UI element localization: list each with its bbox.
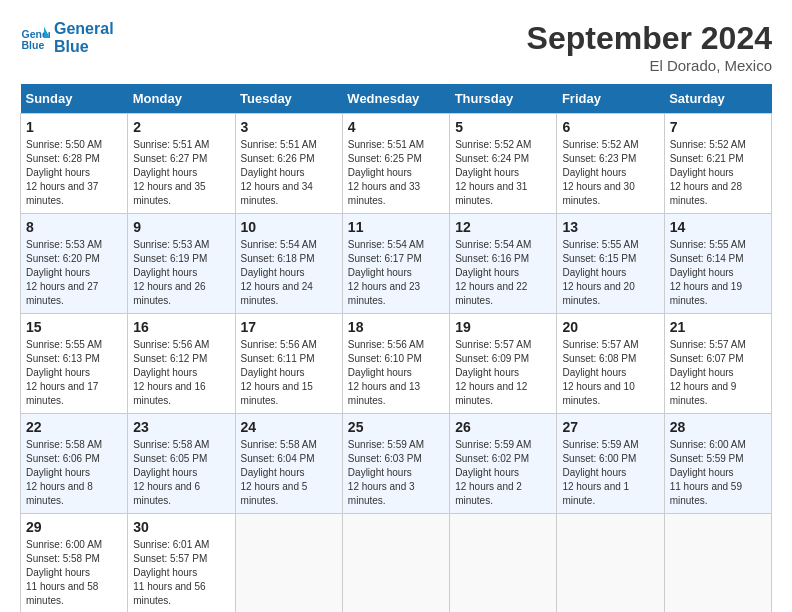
calendar-header-row: Sunday Monday Tuesday Wednesday Thursday… (21, 84, 772, 114)
day-info: Sunrise: 5:53 AM Sunset: 6:19 PM Dayligh… (133, 238, 229, 308)
day-info: Sunrise: 5:51 AM Sunset: 6:25 PM Dayligh… (348, 138, 444, 208)
col-tuesday: Tuesday (235, 84, 342, 114)
day-number: 21 (670, 319, 766, 335)
day-number: 28 (670, 419, 766, 435)
day-info: Sunrise: 5:57 AM Sunset: 6:07 PM Dayligh… (670, 338, 766, 408)
calendar-day-cell: 21 Sunrise: 5:57 AM Sunset: 6:07 PM Dayl… (664, 314, 771, 414)
calendar-day-cell: 6 Sunrise: 5:52 AM Sunset: 6:23 PM Dayli… (557, 114, 664, 214)
calendar-day-cell: 1 Sunrise: 5:50 AM Sunset: 6:28 PM Dayli… (21, 114, 128, 214)
day-number: 18 (348, 319, 444, 335)
day-info: Sunrise: 5:58 AM Sunset: 6:06 PM Dayligh… (26, 438, 122, 508)
calendar-day-cell: 8 Sunrise: 5:53 AM Sunset: 6:20 PM Dayli… (21, 214, 128, 314)
day-info: Sunrise: 6:00 AM Sunset: 5:58 PM Dayligh… (26, 538, 122, 608)
title-section: September 2024 El Dorado, Mexico (527, 20, 772, 74)
col-thursday: Thursday (450, 84, 557, 114)
logo-icon: General Blue (20, 23, 50, 53)
day-info: Sunrise: 5:57 AM Sunset: 6:08 PM Dayligh… (562, 338, 658, 408)
calendar-table: Sunday Monday Tuesday Wednesday Thursday… (20, 84, 772, 612)
col-sunday: Sunday (21, 84, 128, 114)
calendar-week-row: 29 Sunrise: 6:00 AM Sunset: 5:58 PM Dayl… (21, 514, 772, 613)
day-number: 23 (133, 419, 229, 435)
location-text: El Dorado, Mexico (527, 57, 772, 74)
day-info: Sunrise: 5:56 AM Sunset: 6:12 PM Dayligh… (133, 338, 229, 408)
day-number: 14 (670, 219, 766, 235)
logo-text-blue: Blue (54, 38, 114, 56)
col-friday: Friday (557, 84, 664, 114)
calendar-day-cell: 9 Sunrise: 5:53 AM Sunset: 6:19 PM Dayli… (128, 214, 235, 314)
calendar-day-cell: 12 Sunrise: 5:54 AM Sunset: 6:16 PM Dayl… (450, 214, 557, 314)
calendar-day-cell: 23 Sunrise: 5:58 AM Sunset: 6:05 PM Dayl… (128, 414, 235, 514)
day-number: 30 (133, 519, 229, 535)
calendar-day-cell: 5 Sunrise: 5:52 AM Sunset: 6:24 PM Dayli… (450, 114, 557, 214)
calendar-day-cell: 13 Sunrise: 5:55 AM Sunset: 6:15 PM Dayl… (557, 214, 664, 314)
day-number: 3 (241, 119, 337, 135)
day-info: Sunrise: 5:54 AM Sunset: 6:16 PM Dayligh… (455, 238, 551, 308)
calendar-day-cell: 2 Sunrise: 5:51 AM Sunset: 6:27 PM Dayli… (128, 114, 235, 214)
day-number: 10 (241, 219, 337, 235)
day-number: 29 (26, 519, 122, 535)
day-info: Sunrise: 5:59 AM Sunset: 6:03 PM Dayligh… (348, 438, 444, 508)
calendar-day-cell: 4 Sunrise: 5:51 AM Sunset: 6:25 PM Dayli… (342, 114, 449, 214)
day-number: 19 (455, 319, 551, 335)
logo-text-general: General (54, 20, 114, 37)
day-info: Sunrise: 5:57 AM Sunset: 6:09 PM Dayligh… (455, 338, 551, 408)
day-info: Sunrise: 5:53 AM Sunset: 6:20 PM Dayligh… (26, 238, 122, 308)
logo: General Blue General Blue (20, 20, 114, 55)
calendar-week-row: 15 Sunrise: 5:55 AM Sunset: 6:13 PM Dayl… (21, 314, 772, 414)
day-info: Sunrise: 6:01 AM Sunset: 5:57 PM Dayligh… (133, 538, 229, 608)
day-info: Sunrise: 5:51 AM Sunset: 6:26 PM Dayligh… (241, 138, 337, 208)
day-number: 2 (133, 119, 229, 135)
svg-text:Blue: Blue (22, 38, 45, 50)
day-number: 20 (562, 319, 658, 335)
day-info: Sunrise: 5:55 AM Sunset: 6:15 PM Dayligh… (562, 238, 658, 308)
day-number: 1 (26, 119, 122, 135)
day-info: Sunrise: 5:55 AM Sunset: 6:13 PM Dayligh… (26, 338, 122, 408)
calendar-day-cell: 29 Sunrise: 6:00 AM Sunset: 5:58 PM Dayl… (21, 514, 128, 613)
calendar-day-cell (450, 514, 557, 613)
calendar-day-cell: 22 Sunrise: 5:58 AM Sunset: 6:06 PM Dayl… (21, 414, 128, 514)
day-info: Sunrise: 5:58 AM Sunset: 6:05 PM Dayligh… (133, 438, 229, 508)
day-number: 17 (241, 319, 337, 335)
day-info: Sunrise: 5:56 AM Sunset: 6:10 PM Dayligh… (348, 338, 444, 408)
calendar-day-cell: 15 Sunrise: 5:55 AM Sunset: 6:13 PM Dayl… (21, 314, 128, 414)
day-info: Sunrise: 5:50 AM Sunset: 6:28 PM Dayligh… (26, 138, 122, 208)
col-monday: Monday (128, 84, 235, 114)
day-info: Sunrise: 5:52 AM Sunset: 6:23 PM Dayligh… (562, 138, 658, 208)
calendar-day-cell: 30 Sunrise: 6:01 AM Sunset: 5:57 PM Dayl… (128, 514, 235, 613)
day-info: Sunrise: 5:52 AM Sunset: 6:21 PM Dayligh… (670, 138, 766, 208)
calendar-day-cell: 17 Sunrise: 5:56 AM Sunset: 6:11 PM Dayl… (235, 314, 342, 414)
calendar-day-cell (235, 514, 342, 613)
day-number: 11 (348, 219, 444, 235)
calendar-day-cell: 20 Sunrise: 5:57 AM Sunset: 6:08 PM Dayl… (557, 314, 664, 414)
month-title: September 2024 (527, 20, 772, 57)
calendar-day-cell: 28 Sunrise: 6:00 AM Sunset: 5:59 PM Dayl… (664, 414, 771, 514)
day-number: 4 (348, 119, 444, 135)
day-number: 25 (348, 419, 444, 435)
calendar-day-cell (342, 514, 449, 613)
calendar-week-row: 22 Sunrise: 5:58 AM Sunset: 6:06 PM Dayl… (21, 414, 772, 514)
calendar-day-cell (664, 514, 771, 613)
day-number: 6 (562, 119, 658, 135)
calendar-day-cell: 7 Sunrise: 5:52 AM Sunset: 6:21 PM Dayli… (664, 114, 771, 214)
calendar-day-cell: 19 Sunrise: 5:57 AM Sunset: 6:09 PM Dayl… (450, 314, 557, 414)
calendar-day-cell: 27 Sunrise: 5:59 AM Sunset: 6:00 PM Dayl… (557, 414, 664, 514)
day-info: Sunrise: 5:55 AM Sunset: 6:14 PM Dayligh… (670, 238, 766, 308)
calendar-day-cell: 26 Sunrise: 5:59 AM Sunset: 6:02 PM Dayl… (450, 414, 557, 514)
calendar-week-row: 8 Sunrise: 5:53 AM Sunset: 6:20 PM Dayli… (21, 214, 772, 314)
day-number: 13 (562, 219, 658, 235)
calendar-day-cell (557, 514, 664, 613)
day-info: Sunrise: 6:00 AM Sunset: 5:59 PM Dayligh… (670, 438, 766, 508)
day-number: 7 (670, 119, 766, 135)
day-number: 9 (133, 219, 229, 235)
day-number: 12 (455, 219, 551, 235)
col-saturday: Saturday (664, 84, 771, 114)
day-info: Sunrise: 5:58 AM Sunset: 6:04 PM Dayligh… (241, 438, 337, 508)
day-number: 26 (455, 419, 551, 435)
calendar-day-cell: 25 Sunrise: 5:59 AM Sunset: 6:03 PM Dayl… (342, 414, 449, 514)
day-info: Sunrise: 5:52 AM Sunset: 6:24 PM Dayligh… (455, 138, 551, 208)
day-info: Sunrise: 5:59 AM Sunset: 6:00 PM Dayligh… (562, 438, 658, 508)
day-number: 24 (241, 419, 337, 435)
day-info: Sunrise: 5:56 AM Sunset: 6:11 PM Dayligh… (241, 338, 337, 408)
day-info: Sunrise: 5:54 AM Sunset: 6:18 PM Dayligh… (241, 238, 337, 308)
day-number: 27 (562, 419, 658, 435)
